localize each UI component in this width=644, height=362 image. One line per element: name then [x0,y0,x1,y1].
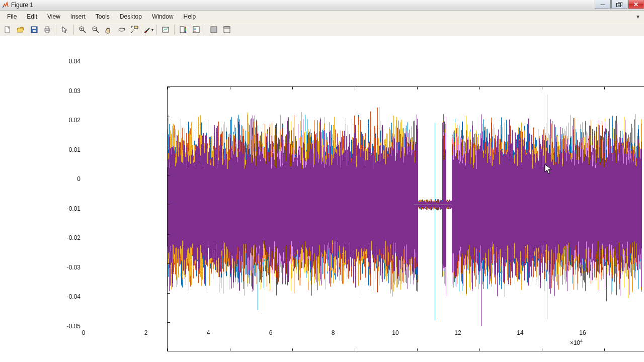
svg-line-10 [83,30,86,33]
y-tick-label: 0.02 [56,117,80,124]
x-tick-label: 8 [332,329,335,336]
menu-view[interactable]: View [42,11,65,23]
pointer-button[interactable] [59,24,71,36]
toolbar-separator [73,25,74,35]
matlab-icon [2,2,9,9]
colorbar-button[interactable] [177,24,189,36]
zoom-in-button[interactable] [76,24,89,36]
svg-line-14 [96,30,99,33]
svg-rect-8 [46,31,49,33]
x-tick-label: 6 [269,329,273,336]
print-button[interactable] [41,24,53,36]
x-tick-label: 10 [392,329,398,336]
link-button[interactable] [159,24,172,36]
svg-rect-29 [211,27,217,33]
svg-line-18 [131,30,134,33]
hide-plot-tools-button[interactable] [208,24,220,36]
close-button[interactable]: ✕ [628,0,644,9]
toolbar-separator [174,25,175,35]
legend-button[interactable] [190,24,202,36]
svg-rect-23 [180,27,184,33]
svg-rect-24 [185,27,186,33]
menu-tools[interactable]: Tools [91,11,115,23]
maximize-button[interactable] [611,0,627,9]
y-tick-label: -0.01 [56,205,80,212]
x-tick-label: 2 [144,329,148,336]
x-tick-label: 0 [82,329,86,336]
svg-point-16 [119,28,125,31]
menu-help[interactable]: Help [179,11,201,23]
y-tick-label: 0.03 [56,87,80,95]
toolbar: ▾ [0,23,644,37]
menu-desktop[interactable]: Desktop [115,11,147,23]
new-figure-button[interactable] [2,24,14,36]
svg-rect-4 [32,27,36,29]
y-tick-label: 0 [56,175,80,183]
svg-rect-5 [33,30,36,32]
svg-rect-7 [46,27,49,29]
svg-line-21 [146,28,149,31]
x-axis-exponent: ×104 [570,338,583,346]
figure-window: Figure 1 ─ ✕ File Edit View Insert Tools… [0,0,644,362]
brush-button[interactable]: ▾ [142,24,154,36]
svg-rect-31 [224,27,230,28]
menu-bar: File Edit View Insert Tools Desktop Wind… [0,11,644,23]
zoom-out-button[interactable] [90,24,102,36]
toolbar-separator [205,25,205,35]
window-controls: ─ ✕ [594,0,644,10]
x-tick-label: 14 [517,329,523,336]
x-tick-label: 4 [207,329,210,336]
y-tick-label: 0.01 [56,146,80,153]
svg-rect-1 [618,2,622,6]
data-cursor-button[interactable] [129,24,141,36]
axes[interactable] [167,86,644,351]
menubar-chevron-icon[interactable]: ▾ [634,11,642,23]
x-tick-label: 12 [454,329,461,336]
menu-file[interactable]: File [2,11,22,23]
y-tick-label: 0.04 [56,58,80,65]
svg-rect-0 [617,3,621,7]
y-tick-label: -0.04 [56,293,80,300]
figure-canvas: ×104 -0.05-0.04-0.03-0.02-0.0100.010.020… [0,36,644,362]
menu-window[interactable]: Window [147,11,179,23]
toolbar-separator [56,25,56,35]
y-tick-label: -0.05 [56,323,80,330]
dock-button[interactable] [221,24,233,36]
x-tick-label: 16 [579,329,586,336]
pan-button[interactable] [103,24,115,36]
y-tick-label: -0.02 [56,234,80,241]
save-button[interactable] [28,24,40,36]
rotate3d-button[interactable] [116,24,128,36]
toolbar-separator [156,25,157,35]
minimize-button[interactable]: ─ [595,0,611,9]
svg-rect-17 [134,26,138,29]
open-button[interactable] [15,24,27,36]
y-tick-label: -0.03 [56,264,80,271]
window-title: Figure 1 [11,2,33,9]
title-bar: Figure 1 ─ ✕ [0,0,644,11]
menu-edit[interactable]: Edit [22,11,42,23]
signal-plot [168,87,644,351]
menu-insert[interactable]: Insert [65,11,91,23]
svg-rect-25 [193,27,199,33]
